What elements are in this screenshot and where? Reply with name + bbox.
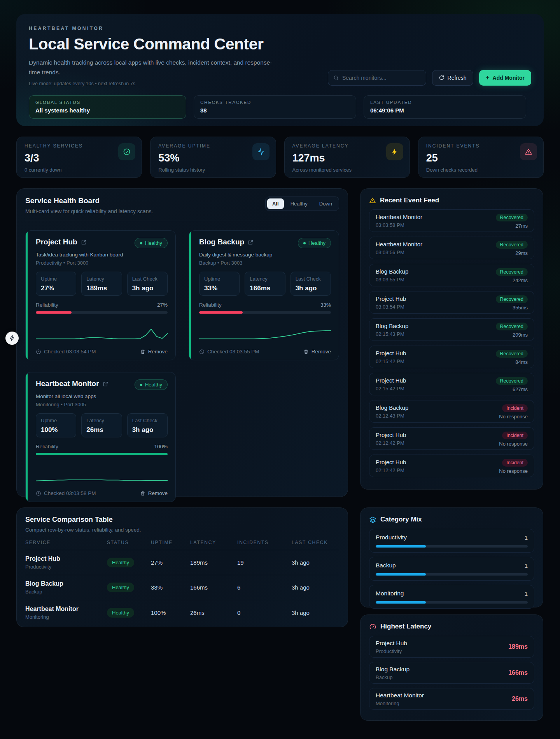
latency-box: Latency189ms [81,272,122,296]
category-name: Productivity [376,534,407,541]
service-meta: Monitoring • Port 3005 [36,402,168,407]
latency-value: 166ms [250,284,280,292]
event-badge: Recovered [496,268,528,276]
reliability-percent: 27% [157,302,168,308]
latency-label: Latency [86,276,117,282]
uptime-box: Uptime100% [36,413,76,437]
live-mode-note: Live mode: updates every 10s • next refr… [29,81,274,86]
latency-sparkline [199,319,331,342]
service-name: Project Hub [36,238,77,246]
category-track [376,601,528,604]
service-description: Daily digest & message backup [199,252,331,258]
category-mix-title: Category Mix [380,516,422,523]
remove-button[interactable]: Remove [140,490,168,496]
last-check-label: Last Check [132,418,163,423]
row-uptime: 100% [151,609,190,616]
table-title: Service Comparison Table [25,516,339,524]
plus-icon: + [486,74,490,82]
reliability-track [36,311,168,314]
external-link-icon[interactable] [81,239,87,245]
reliability-track [199,311,331,314]
filter-healthy[interactable]: Healthy [285,198,313,209]
row-last-check: 3h ago [292,559,339,566]
uptime-value: 33% [204,284,234,292]
category-item: Backup1 [369,557,534,581]
latency-item: Heartbeat MonitorMonitoring26ms [369,688,534,710]
kpi-value: 53% [158,152,268,164]
uptime-label: Uptime [204,276,234,282]
service-card-project-hub: Project Hub Healthy Task/idea tracking w… [25,230,176,360]
latency-value: 26ms [86,426,117,434]
event-service: Project Hub [376,377,406,384]
event-badge: Incident [502,404,528,412]
search-box [328,70,426,86]
row-uptime: 33% [151,584,190,591]
lightning-icon [9,335,15,341]
category-track [376,545,528,548]
kpi-value: 3/3 [24,152,134,164]
row-category: Productivity [25,564,107,570]
last-check-label: Last Check [132,276,163,282]
status-text: Healthy [145,240,162,246]
reliability-fill [36,453,168,455]
last-updated-label: LAST UPDATED [370,100,520,105]
col-last-check: LAST CHECK [292,540,339,545]
latency-label: Latency [250,276,280,282]
service-health-board: Service Health Board Multi-card view for… [16,188,348,497]
last-check-box: Last Check3h ago [290,272,331,296]
event-service: Blog Backup [376,268,408,275]
event-service: Project Hub [376,459,406,465]
row-last-check: 3h ago [292,609,339,616]
eyebrow: HEARTBEAT MONITOR [29,26,274,31]
global-status-value: All systems healthy [35,107,180,114]
category-count: 1 [525,534,528,541]
remove-button[interactable]: Remove [140,349,168,355]
table-row: Blog BackupBackup Healthy 33% 166ms 6 3h… [25,575,339,600]
event-badge: Recovered [496,241,528,249]
event-badge: Recovered [496,214,528,221]
external-link-icon[interactable] [103,381,108,387]
row-status-badge: Healthy [107,583,134,592]
filter-down[interactable]: Down [314,198,337,209]
remove-button[interactable]: Remove [303,349,331,355]
service-cards: Project Hub Healthy Task/idea tracking w… [25,230,339,502]
event-metric: 355ms [513,305,528,311]
add-monitor-button[interactable]: + Add Monitor [479,70,531,86]
table-subtitle: Compact row-by-row status, reliability, … [25,527,339,533]
reliability-label: Reliability [36,444,58,449]
latency-service: Project Hub [376,640,407,647]
col-service: SERVICE [25,540,107,545]
latency-box: Latency26ms [81,413,122,437]
remove-label: Remove [148,349,168,355]
search-input[interactable] [342,75,421,81]
category-track [376,573,528,576]
bolt-icon [391,148,398,156]
alert-triangle-icon [525,148,532,156]
category-fill [376,545,426,548]
latency-category: Productivity [376,648,407,654]
status-badge: Healthy [135,238,168,248]
page-description: Dynamic health tracking across local app… [29,58,274,77]
row-service: Project Hub [25,555,107,562]
uptime-box: Uptime27% [36,272,76,296]
event-metric: 242ms [513,277,528,283]
filter-pills: All Healthy Down [265,197,339,211]
event-service: Heartbeat Monitor [376,241,422,248]
event-service: Project Hub [376,432,406,438]
lightning-fab-button[interactable] [5,332,19,345]
external-link-icon[interactable] [248,239,254,245]
kpi-sub: 0 currently down [24,167,134,173]
last-check-box: Last Check3h ago [127,272,168,296]
latency-item: Blog BackupBackup166ms [369,662,534,684]
reliability-fill [199,311,243,314]
filter-all[interactable]: All [267,198,284,209]
status-dot-icon [140,242,142,244]
refresh-button[interactable]: Refresh [432,70,473,86]
feed-item: Blog Backup03:03:55 PMRecovered242ms [369,264,534,286]
last-check-value: 3h ago [132,284,163,292]
latency-item: Project HubProductivity189ms [369,636,534,658]
kpi-average-latency: AVERAGE LATENCY 127ms Across monitored s… [284,137,410,178]
kpi-label: AVERAGE LATENCY [292,143,402,149]
trash-icon [140,491,145,496]
event-service: Project Hub [376,295,406,302]
